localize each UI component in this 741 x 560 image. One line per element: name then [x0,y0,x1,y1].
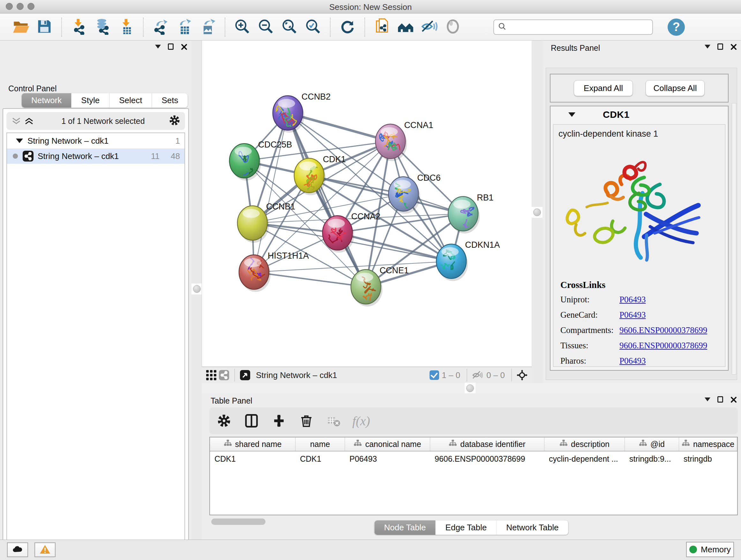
column-header-id[interactable]: @id [625,437,679,451]
show-columns-button[interactable] [243,412,260,430]
selected-checkbox-icon[interactable] [429,370,439,380]
panel-float-icon[interactable] [718,44,723,50]
cloud-status-button[interactable] [7,543,28,557]
table-import-icon [118,18,134,36]
column-header-canonical-name[interactable]: canonical name [345,437,430,451]
refresh-button[interactable] [336,16,359,38]
warnings-button[interactable] [35,543,56,557]
memory-button[interactable]: Memory [686,542,734,557]
zoom-in-button[interactable] [230,16,254,38]
right-splitter-handle[interactable] [532,207,542,218]
tab-style[interactable]: Style [71,93,110,108]
search-input[interactable] [510,23,649,32]
network-node-ccnb2[interactable] [272,96,305,133]
birds-eye-view-icon[interactable] [239,369,252,381]
network-node-cdk1[interactable] [294,159,326,196]
export-table-button[interactable] [172,16,196,38]
node-result-header[interactable]: CDK1 [550,106,728,123]
column-label: shared name [235,440,282,449]
delete-column-button[interactable] [297,412,315,430]
column-header-shared-name[interactable]: shared name [210,437,295,451]
collapse-caret-icon[interactable] [568,112,576,117]
collapse-all-button[interactable]: Collapse All [646,80,704,96]
network-badge-icon[interactable] [218,369,230,381]
zoom-fit-button[interactable] [278,16,301,38]
gear-icon[interactable] [169,115,180,127]
column-header-description[interactable]: description [544,437,625,451]
network-node-cdkn1a[interactable] [436,244,468,281]
column-header-namespace[interactable]: namespace [679,437,737,451]
table-row[interactable]: CDK1CDK1P064939606.ENSP00000378699cyclin… [210,451,737,466]
network-node-rb1[interactable] [448,197,480,234]
zoom-selected-button[interactable] [301,16,325,38]
crosslink-link[interactable]: P06493 [619,310,646,320]
tab-sets[interactable]: Sets [152,93,188,108]
pan-crosshair-icon[interactable] [516,369,529,381]
save-session-button[interactable] [32,16,56,38]
zoom-fit-icon [281,18,298,36]
export-image-button[interactable] [196,16,219,38]
add-column-button[interactable] [270,412,288,430]
network-tree-item[interactable]: String Network – cdk11148 [7,148,185,164]
clone-network-button[interactable] [370,16,394,38]
import-table-button[interactable] [114,16,138,38]
memory-status-dot [689,546,697,553]
node-label-hist1h1a: HIST1H1A [268,251,309,260]
collapse-all-icon[interactable] [11,117,21,125]
tab-select[interactable]: Select [110,93,152,108]
function-builder-button[interactable]: f(x) [352,414,370,428]
results-scrollbar[interactable] [732,103,736,374]
bottom-splitter-handle[interactable] [465,383,475,394]
network-node-ccna1[interactable] [375,124,407,161]
scrollbar-thumb[interactable] [211,518,266,525]
table-settings-button[interactable] [215,412,233,430]
panel-close-icon[interactable] [730,396,737,402]
crosslink-link[interactable]: P06493 [619,295,646,305]
crosslink-link[interactable]: P06493 [619,356,646,366]
column-header-database-identifier[interactable]: database identifier [430,437,544,451]
network-tree-item[interactable]: String Network – cdk11 [7,133,185,148]
node-label-ccnb2: CCNB2 [301,92,331,102]
network-node-hist1h1a[interactable] [239,253,271,292]
tab-network-table[interactable]: Network Table [496,520,568,535]
panel-close-icon[interactable] [181,44,187,50]
export-network-button[interactable] [149,16,172,38]
import-network-from-database-button[interactable] [91,16,114,38]
open-session-button[interactable] [9,16,32,38]
tab-edge-table[interactable]: Edge Table [436,520,497,535]
column-header-name[interactable]: name [295,437,345,451]
network-view[interactable]: CCNB2CCNA1CDC25BCDK1CDC6RB1CCNB1CCNA2CDK… [202,41,532,367]
tab-network[interactable]: Network [22,93,71,108]
show-all-button[interactable] [441,16,465,38]
panel-minimize-icon[interactable] [155,45,161,49]
left-splitter-handle[interactable] [192,284,202,294]
help-button[interactable]: ? [668,18,685,36]
network-node-cdc25b[interactable] [229,144,261,182]
node-name: CDK1 [603,109,630,120]
crosslinks-title: CrossLinks [560,280,707,290]
expand-all-icon[interactable] [24,117,34,125]
tree-expand-caret-icon[interactable] [16,138,23,143]
panel-close-icon[interactable] [730,44,737,50]
zoom-out-button[interactable] [254,16,278,38]
table-cell: cyclin-dependent ... [544,451,625,466]
network-edge[interactable] [288,113,366,287]
network-canvas[interactable]: CCNB2CCNA1CDC25BCDK1CDC6RB1CCNB1CCNA2CDK… [202,41,532,367]
panel-float-icon[interactable] [718,396,723,402]
delete-table-button[interactable] [325,412,343,430]
hide-selected-button[interactable] [417,16,441,38]
panel-minimize-icon[interactable] [704,45,711,49]
table-cell: CDK1 [295,451,345,466]
crosslink-link[interactable]: 9606.ENSP00000378699 [619,341,707,351]
crosslink-link[interactable]: 9606.ENSP00000378699 [619,325,707,335]
tab-node-table[interactable]: Node Table [375,520,436,535]
network-edge[interactable] [254,272,366,287]
panel-float-icon[interactable] [168,44,174,50]
grid-view-icon[interactable] [205,369,218,381]
network-node-ccne1[interactable] [351,269,383,307]
network-edge[interactable] [254,113,288,272]
home-button[interactable] [394,16,417,38]
panel-minimize-icon[interactable] [704,397,711,401]
expand-all-button[interactable]: Expand All [574,80,633,96]
import-network-button[interactable] [67,16,91,38]
